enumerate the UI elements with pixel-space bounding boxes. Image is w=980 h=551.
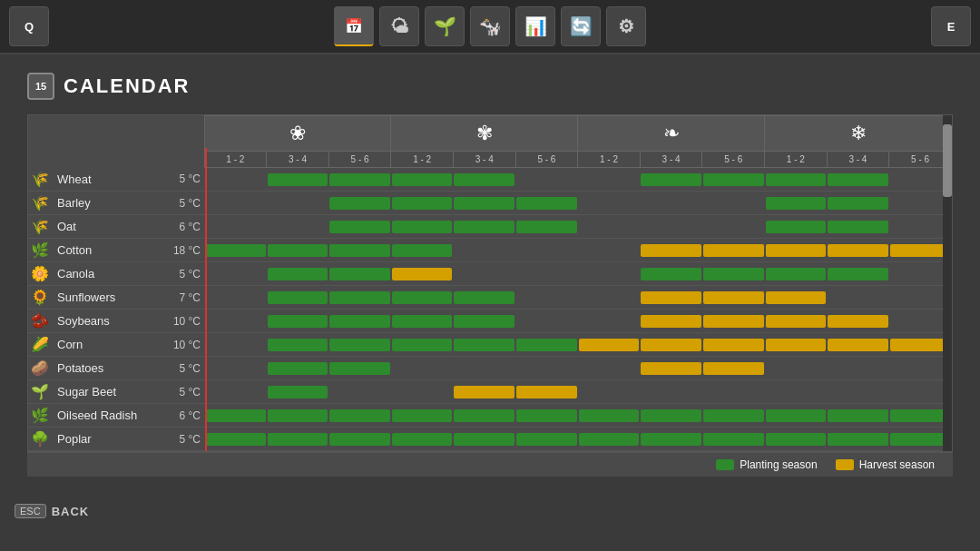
crop-name: Wheat xyxy=(52,168,159,192)
e-button[interactable]: E xyxy=(931,6,971,46)
planting-bar xyxy=(454,291,514,304)
q-button[interactable]: Q xyxy=(9,6,49,46)
harvest-bar xyxy=(766,339,827,351)
back-button[interactable]: BACK xyxy=(52,505,90,518)
legend: Planting season Harvest season xyxy=(27,452,953,477)
scroll-thumb[interactable] xyxy=(943,124,952,197)
crop-temp: 5 °C xyxy=(159,357,204,380)
harvest-bar xyxy=(703,291,764,304)
period-cell xyxy=(204,239,267,262)
period-cell xyxy=(578,404,641,428)
planting-bar xyxy=(828,268,888,280)
period-cell xyxy=(515,215,578,239)
period-cell xyxy=(827,333,889,357)
period-cell xyxy=(578,262,641,286)
nav-settings-btn[interactable]: ⚙ xyxy=(606,6,646,46)
period-cell xyxy=(765,215,828,239)
nav-weather-btn[interactable]: 🌤 xyxy=(379,6,419,46)
period-4: 1 - 2 xyxy=(391,152,454,168)
period-cell xyxy=(328,310,391,333)
main-content: 15 CALENDAR ❀ ✾ ❧ ❄ 1 - xyxy=(0,54,980,495)
period-5: 3 - 4 xyxy=(453,152,515,168)
period-cell xyxy=(267,428,329,451)
crop-icon: 🌿 xyxy=(28,404,52,428)
planting-bar xyxy=(454,339,514,351)
period-cell xyxy=(453,333,515,357)
planting-bar xyxy=(329,362,390,375)
planting-bar xyxy=(454,197,514,210)
planting-bar xyxy=(454,409,514,422)
crop-temp: 6 °C xyxy=(159,215,204,239)
planting-bar xyxy=(454,315,514,328)
planting-bar xyxy=(766,221,827,233)
crop-icon: 🥔 xyxy=(28,357,52,380)
planting-bar xyxy=(329,291,390,304)
period-cell xyxy=(391,239,454,262)
nav-cycle-btn[interactable]: 🔄 xyxy=(561,6,601,46)
planting-bar xyxy=(766,433,827,446)
nav-stats-btn[interactable]: 📊 xyxy=(515,6,555,46)
crop-name: Cotton xyxy=(52,239,159,262)
table-row: 🌾Oat6 °C xyxy=(28,215,952,239)
calendar-container: ❀ ✾ ❧ ❄ 1 - 2 3 - 4 5 - 6 1 - 2 3 - 4 5 … xyxy=(27,114,953,452)
harvest-bar xyxy=(579,339,640,351)
period-cell xyxy=(640,333,702,357)
nav-plants-btn[interactable]: 🌱 xyxy=(425,6,465,46)
crop-icon: 🌾 xyxy=(28,168,52,192)
crop-temp: 5 °C xyxy=(159,380,204,404)
period-cell xyxy=(453,428,515,451)
planting-bar xyxy=(516,221,577,233)
planting-bar xyxy=(205,409,266,422)
period-cell xyxy=(702,404,765,428)
period-cell xyxy=(267,380,329,404)
period-cell xyxy=(267,239,329,262)
summer-icon: ✾ xyxy=(391,116,578,152)
period-cell xyxy=(391,333,454,357)
period-cell xyxy=(578,333,641,357)
period-cell xyxy=(765,357,828,380)
harvest-color-box xyxy=(836,459,854,470)
nav-right: E xyxy=(931,6,971,46)
back-area: ESC BACK xyxy=(0,495,980,527)
planting-bar xyxy=(392,173,453,186)
period-cell xyxy=(267,168,329,192)
period-cell xyxy=(578,380,641,404)
crop-name: Canola xyxy=(52,262,159,286)
period-cell xyxy=(391,428,454,451)
planting-bar xyxy=(392,197,453,210)
nav-animals-btn[interactable]: 🐄 xyxy=(470,6,510,46)
period-cell xyxy=(391,286,454,310)
planting-bar xyxy=(329,268,390,280)
planting-bar xyxy=(890,409,951,422)
planting-bar xyxy=(268,315,328,328)
planting-bar xyxy=(703,173,764,186)
period-cell xyxy=(515,428,578,451)
harvest-bar xyxy=(392,268,453,280)
planting-bar xyxy=(392,339,453,351)
period-cell xyxy=(204,168,267,192)
crop-icon: 🌽 xyxy=(28,333,52,357)
calendar-icon: 15 xyxy=(27,73,54,100)
nav-calendar-btn[interactable]: 📅 xyxy=(334,6,374,46)
period-cell xyxy=(765,286,828,310)
period-cell xyxy=(267,215,329,239)
crop-temp: 5 °C xyxy=(159,428,204,451)
period-cell xyxy=(765,333,828,357)
planting-bar xyxy=(454,221,514,233)
period-cell xyxy=(702,428,765,451)
period-cell xyxy=(827,310,889,333)
planting-bar xyxy=(268,244,328,257)
period-cell xyxy=(453,192,515,215)
planting-bar xyxy=(392,244,453,257)
current-time-indicator xyxy=(205,148,207,451)
period-11: 3 - 4 xyxy=(827,152,889,168)
period-cell xyxy=(515,333,578,357)
period-cell xyxy=(578,310,641,333)
planting-bar xyxy=(329,409,390,422)
table-row: 🌿Cotton18 °C xyxy=(28,239,952,262)
planting-bar xyxy=(392,291,453,304)
period-cell xyxy=(765,428,828,451)
scrollbar[interactable] xyxy=(943,115,952,451)
crop-temp: 6 °C xyxy=(159,404,204,428)
planting-color-box xyxy=(716,459,734,470)
